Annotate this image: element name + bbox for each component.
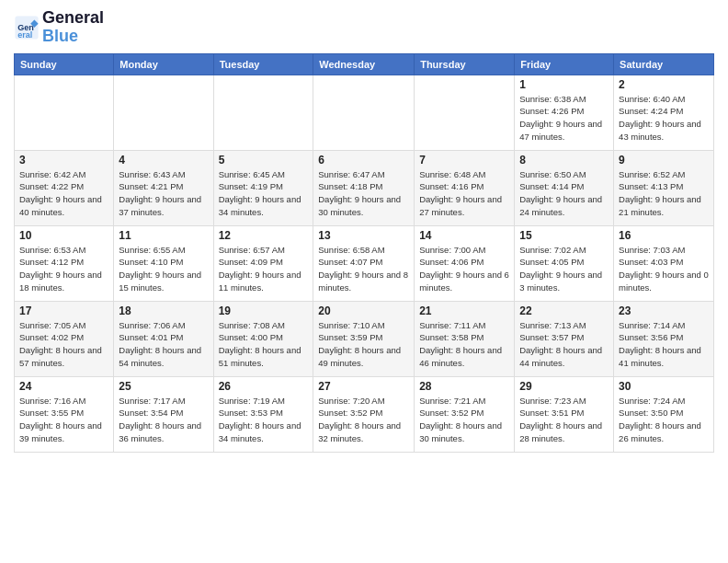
day-info: Sunrise: 7:02 AM Sunset: 4:05 PM Dayligh… (519, 244, 609, 294)
table-row: 25Sunrise: 7:17 AM Sunset: 3:54 PM Dayli… (114, 376, 213, 452)
day-info: Sunrise: 7:21 AM Sunset: 3:52 PM Dayligh… (419, 395, 509, 445)
day-number: 7 (419, 154, 509, 167)
day-info: Sunrise: 7:13 AM Sunset: 3:57 PM Dayligh… (519, 319, 609, 370)
day-number: 30 (619, 380, 709, 393)
day-number: 11 (119, 229, 208, 242)
col-saturday: Saturday (614, 53, 714, 75)
table-row: 7Sunrise: 6:48 AM Sunset: 4:16 PM Daylig… (415, 150, 515, 225)
page-header: Gen eral GeneralBlue (14, 9, 714, 46)
day-number: 8 (519, 154, 609, 167)
table-row: 20Sunrise: 7:10 AM Sunset: 3:59 PM Dayli… (313, 301, 415, 376)
day-info: Sunrise: 7:00 AM Sunset: 4:06 PM Dayligh… (419, 244, 509, 294)
day-info: Sunrise: 7:10 AM Sunset: 3:59 PM Dayligh… (318, 319, 409, 370)
day-number: 24 (19, 380, 108, 393)
day-number: 18 (119, 304, 208, 317)
day-number: 9 (619, 154, 709, 167)
table-row (114, 75, 213, 150)
day-info: Sunrise: 7:03 AM Sunset: 4:03 PM Dayligh… (619, 244, 709, 294)
svg-text:eral: eral (17, 29, 32, 39)
day-number: 21 (419, 304, 509, 317)
day-number: 20 (318, 304, 409, 317)
table-row (313, 75, 415, 150)
day-number: 5 (219, 154, 309, 167)
table-row (415, 75, 515, 150)
day-info: Sunrise: 7:06 AM Sunset: 4:01 PM Dayligh… (119, 319, 208, 370)
day-info: Sunrise: 7:19 AM Sunset: 3:53 PM Dayligh… (219, 395, 309, 445)
day-number: 27 (318, 380, 409, 393)
page-container: Gen eral GeneralBlue Sunday Monday Tuesd… (0, 0, 728, 457)
day-info: Sunrise: 6:53 AM Sunset: 4:12 PM Dayligh… (19, 244, 108, 294)
table-row: 15Sunrise: 7:02 AM Sunset: 4:05 PM Dayli… (515, 225, 614, 301)
day-info: Sunrise: 6:57 AM Sunset: 4:09 PM Dayligh… (219, 244, 309, 294)
day-info: Sunrise: 6:40 AM Sunset: 4:24 PM Dayligh… (619, 93, 709, 144)
calendar-table: Sunday Monday Tuesday Wednesday Thursday… (14, 53, 714, 453)
table-row: 4Sunrise: 6:43 AM Sunset: 4:21 PM Daylig… (114, 150, 213, 225)
table-row: 27Sunrise: 7:20 AM Sunset: 3:52 PM Dayli… (313, 376, 415, 452)
day-number: 6 (318, 154, 409, 167)
day-info: Sunrise: 6:38 AM Sunset: 4:26 PM Dayligh… (519, 93, 609, 144)
col-monday: Monday (114, 53, 213, 75)
day-info: Sunrise: 7:24 AM Sunset: 3:50 PM Dayligh… (619, 395, 709, 445)
day-info: Sunrise: 6:50 AM Sunset: 4:14 PM Dayligh… (519, 168, 609, 219)
day-info: Sunrise: 6:42 AM Sunset: 4:22 PM Dayligh… (19, 168, 108, 219)
table-row: 22Sunrise: 7:13 AM Sunset: 3:57 PM Dayli… (515, 301, 614, 376)
day-info: Sunrise: 6:55 AM Sunset: 4:10 PM Dayligh… (119, 244, 208, 294)
day-info: Sunrise: 6:48 AM Sunset: 4:16 PM Dayligh… (419, 168, 509, 219)
calendar-header-row: Sunday Monday Tuesday Wednesday Thursday… (15, 53, 714, 75)
day-info: Sunrise: 6:45 AM Sunset: 4:19 PM Dayligh… (219, 168, 309, 219)
table-row: 11Sunrise: 6:55 AM Sunset: 4:10 PM Dayli… (114, 225, 213, 301)
logo-icon: Gen eral (14, 15, 40, 40)
day-number: 28 (419, 380, 509, 393)
col-tuesday: Tuesday (213, 53, 313, 75)
day-number: 19 (219, 304, 309, 317)
day-number: 17 (19, 304, 108, 317)
calendar-week-row: 24Sunrise: 7:16 AM Sunset: 3:55 PM Dayli… (15, 376, 714, 452)
table-row: 24Sunrise: 7:16 AM Sunset: 3:55 PM Dayli… (15, 376, 114, 452)
day-info: Sunrise: 7:14 AM Sunset: 3:56 PM Dayligh… (619, 319, 709, 370)
logo: Gen eral GeneralBlue (14, 9, 104, 46)
calendar-week-row: 3Sunrise: 6:42 AM Sunset: 4:22 PM Daylig… (15, 150, 714, 225)
calendar-week-row: 1Sunrise: 6:38 AM Sunset: 4:26 PM Daylig… (15, 75, 714, 150)
day-info: Sunrise: 7:16 AM Sunset: 3:55 PM Dayligh… (19, 395, 108, 445)
day-number: 4 (119, 154, 208, 167)
day-number: 23 (619, 304, 709, 317)
day-info: Sunrise: 7:20 AM Sunset: 3:52 PM Dayligh… (318, 395, 409, 445)
day-number: 29 (519, 380, 609, 393)
table-row: 19Sunrise: 7:08 AM Sunset: 4:00 PM Dayli… (213, 301, 313, 376)
table-row: 3Sunrise: 6:42 AM Sunset: 4:22 PM Daylig… (15, 150, 114, 225)
col-sunday: Sunday (15, 53, 114, 75)
day-number: 16 (619, 229, 709, 242)
day-number: 14 (419, 229, 509, 242)
day-number: 1 (519, 78, 609, 91)
col-friday: Friday (515, 53, 614, 75)
table-row: 12Sunrise: 6:57 AM Sunset: 4:09 PM Dayli… (213, 225, 313, 301)
col-wednesday: Wednesday (313, 53, 415, 75)
table-row (213, 75, 313, 150)
col-thursday: Thursday (415, 53, 515, 75)
table-row: 29Sunrise: 7:23 AM Sunset: 3:51 PM Dayli… (515, 376, 614, 452)
table-row: 5Sunrise: 6:45 AM Sunset: 4:19 PM Daylig… (213, 150, 313, 225)
table-row (15, 75, 114, 150)
table-row: 23Sunrise: 7:14 AM Sunset: 3:56 PM Dayli… (614, 301, 714, 376)
table-row: 16Sunrise: 7:03 AM Sunset: 4:03 PM Dayli… (614, 225, 714, 301)
table-row: 30Sunrise: 7:24 AM Sunset: 3:50 PM Dayli… (614, 376, 714, 452)
day-number: 10 (19, 229, 108, 242)
day-info: Sunrise: 6:47 AM Sunset: 4:18 PM Dayligh… (318, 168, 409, 219)
calendar-week-row: 10Sunrise: 6:53 AM Sunset: 4:12 PM Dayli… (15, 225, 714, 301)
table-row: 13Sunrise: 6:58 AM Sunset: 4:07 PM Dayli… (313, 225, 415, 301)
day-number: 25 (119, 380, 208, 393)
table-row: 28Sunrise: 7:21 AM Sunset: 3:52 PM Dayli… (415, 376, 515, 452)
day-info: Sunrise: 7:11 AM Sunset: 3:58 PM Dayligh… (419, 319, 509, 370)
day-number: 26 (219, 380, 309, 393)
day-info: Sunrise: 6:52 AM Sunset: 4:13 PM Dayligh… (619, 168, 709, 219)
day-number: 12 (219, 229, 309, 242)
day-info: Sunrise: 6:43 AM Sunset: 4:21 PM Dayligh… (119, 168, 208, 219)
day-info: Sunrise: 7:23 AM Sunset: 3:51 PM Dayligh… (519, 395, 609, 445)
table-row: 2Sunrise: 6:40 AM Sunset: 4:24 PM Daylig… (614, 75, 714, 150)
table-row: 6Sunrise: 6:47 AM Sunset: 4:18 PM Daylig… (313, 150, 415, 225)
table-row: 21Sunrise: 7:11 AM Sunset: 3:58 PM Dayli… (415, 301, 515, 376)
day-info: Sunrise: 6:58 AM Sunset: 4:07 PM Dayligh… (318, 244, 409, 294)
table-row: 18Sunrise: 7:06 AM Sunset: 4:01 PM Dayli… (114, 301, 213, 376)
day-info: Sunrise: 7:17 AM Sunset: 3:54 PM Dayligh… (119, 395, 208, 445)
day-number: 22 (519, 304, 609, 317)
